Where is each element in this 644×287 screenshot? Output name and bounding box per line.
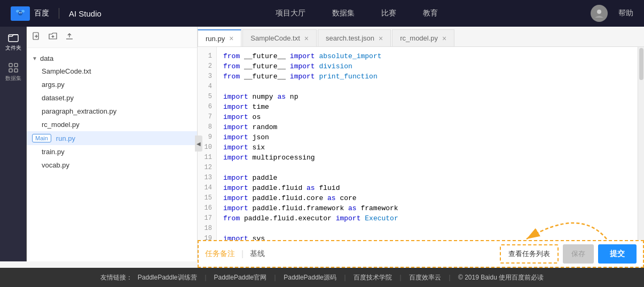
baidu-logo: [11, 6, 30, 21]
file-name-train: train.py: [42, 148, 65, 156]
file-item-paragraph[interactable]: paragraph_extraction.py: [27, 105, 197, 118]
file-item-dataset[interactable]: dataset.py: [27, 91, 197, 105]
code-lines: from __future__ import absolute_import f…: [217, 47, 638, 261]
tab-label-searchtestjson: search.test.json: [326, 34, 374, 42]
file-name-paragraph: paragraph_extraction.py: [42, 107, 116, 115]
logo-divider: [59, 8, 59, 19]
code-line-10: import six: [223, 142, 631, 153]
file-item-train[interactable]: train.py: [27, 145, 197, 158]
code-line-13: import paddle: [223, 173, 631, 183]
view-tasks-button[interactable]: 查看任务列表: [500, 244, 559, 264]
folder-name: data: [40, 54, 53, 62]
datasets-icon: [8, 62, 19, 73]
file-name-dataset: dataset.py: [42, 94, 74, 102]
tab-samplecode[interactable]: SampleCode.txt ×: [242, 29, 317, 46]
footer-link-2[interactable]: PaddlePaddle源码: [284, 273, 336, 282]
folder-data[interactable]: ▼ data: [27, 52, 197, 65]
svg-rect-7: [9, 35, 18, 42]
tab-rcmodel[interactable]: rc_model.py ×: [392, 29, 454, 46]
code-editor[interactable]: 1234 5678 9101112 13141516 17181920 2122…: [198, 47, 644, 261]
new-folder-svg: [49, 32, 57, 41]
tab-label-samplecode: SampleCode.txt: [250, 34, 300, 42]
file-item-vocab[interactable]: vocab.py: [27, 158, 197, 172]
footer-link-3[interactable]: 百度技术学院: [354, 273, 392, 282]
code-line-18: [223, 224, 631, 234]
nav-item-education[interactable]: 教育: [423, 9, 438, 18]
save-button[interactable]: 保存: [563, 244, 594, 264]
avatar[interactable]: [591, 5, 608, 22]
new-file-svg: [32, 32, 41, 41]
code-line-11: import multiprocessing: [223, 153, 631, 163]
nav-items: 项目大厅 数据集 比赛 教育: [123, 9, 591, 18]
code-line-16: import paddle.fluid.framework as framewo…: [223, 203, 631, 213]
footer: 友情链接： PaddlePaddle训练营 ｜ PaddlePaddle官网 ｜…: [0, 268, 644, 287]
footer-sep-3: ｜: [397, 273, 404, 282]
bottom-action-bar: 任务备注 | 基线 查看任务列表 保存 提交: [198, 240, 644, 268]
file-item-runpy[interactable]: Main run.py: [27, 131, 197, 145]
code-line-2: from __future__ import division: [223, 61, 631, 71]
file-panel: ▼ data SampleCode.txt args.py dataset.py…: [27, 27, 198, 261]
upload-svg: [65, 32, 74, 41]
nav-item-datasets[interactable]: 数据集: [332, 9, 355, 18]
new-folder-icon[interactable]: [49, 32, 57, 43]
nav-right: 帮助: [591, 5, 633, 22]
svg-point-6: [597, 10, 601, 14]
tab-close-runpy[interactable]: ×: [229, 35, 233, 42]
main-layout: 文件夹 数据集: [0, 27, 644, 261]
code-line-6: import time: [223, 102, 631, 112]
help-link[interactable]: 帮助: [618, 9, 633, 18]
folder-icon: [8, 32, 19, 43]
svg-rect-10: [9, 69, 12, 72]
footer-link-4[interactable]: 百度效率云: [409, 273, 441, 282]
baidu-bear-icon: [14, 8, 27, 18]
top-nav: 百度 AI Studio 项目大厅 数据集 比赛 教育 帮助: [0, 0, 644, 27]
nav-item-projects[interactable]: 项目大厅: [276, 9, 305, 18]
code-line-14: import paddle.fluid as fluid: [223, 183, 631, 193]
code-line-7: import os: [223, 112, 631, 122]
footer-link-1[interactable]: PaddlePaddle官网: [214, 273, 267, 282]
file-name-rcmodel: rc_model.py: [42, 121, 80, 129]
file-name-vocab: vocab.py: [42, 161, 69, 169]
nav-item-competition[interactable]: 比赛: [381, 9, 396, 18]
svg-point-3: [18, 11, 22, 15]
svg-point-5: [21, 12, 22, 13]
code-line-15: import paddle.fluid.core as core: [223, 193, 631, 203]
tab-searchtestjson[interactable]: search.test.json ×: [318, 29, 391, 46]
code-line-1: from __future__ import absolute_import: [223, 51, 631, 61]
file-tree: ▼ data SampleCode.txt args.py dataset.py…: [27, 48, 197, 261]
tab-close-searchtestjson[interactable]: ×: [379, 35, 383, 42]
upload-icon[interactable]: [65, 32, 74, 43]
footer-sep-0: ｜: [202, 273, 209, 282]
svg-rect-8: [9, 63, 12, 67]
folder-arrow: ▼: [32, 55, 37, 61]
tab-bar: run.py × SampleCode.txt × search.test.js…: [198, 27, 644, 47]
datasets-label: 数据集: [5, 75, 21, 82]
page-container: 百度 AI Studio 项目大厅 数据集 比赛 教育 帮助: [0, 0, 644, 287]
footer-copyright: © 2019 Baidu 使用百度前必读: [458, 273, 544, 282]
vertical-scrollbar[interactable]: [638, 47, 644, 261]
footer-sep-1: ｜: [272, 273, 278, 282]
new-file-icon[interactable]: [32, 32, 41, 43]
file-item-rcmodel[interactable]: rc_model.py: [27, 118, 197, 131]
baseline-label: 基线: [250, 249, 265, 259]
collapse-panel-arrow[interactable]: ◀: [195, 135, 202, 152]
submit-button[interactable]: 提交: [598, 244, 637, 264]
app-name: AI Studio: [69, 9, 101, 18]
sidebar-item-datasets[interactable]: 数据集: [5, 62, 21, 82]
svg-point-4: [19, 12, 20, 13]
svg-rect-9: [14, 63, 18, 67]
svg-rect-11: [14, 69, 18, 72]
sidebar-item-files[interactable]: 文件夹: [5, 32, 21, 52]
file-toolbar: [27, 27, 197, 48]
file-item-samplecode[interactable]: SampleCode.txt: [27, 65, 197, 78]
footer-link-0[interactable]: PaddlePaddle训练营: [138, 273, 197, 282]
main-badge: Main: [32, 134, 51, 142]
icon-sidebar: 文件夹 数据集: [0, 27, 27, 261]
tab-close-samplecode[interactable]: ×: [304, 35, 309, 42]
tab-close-rcmodel[interactable]: ×: [442, 35, 446, 42]
brand-text: 百度: [34, 9, 49, 18]
file-item-args[interactable]: args.py: [27, 78, 197, 91]
tab-runpy[interactable]: run.py ×: [198, 29, 241, 46]
scrollbar-thumb: [639, 48, 643, 80]
code-line-12: [223, 163, 631, 173]
